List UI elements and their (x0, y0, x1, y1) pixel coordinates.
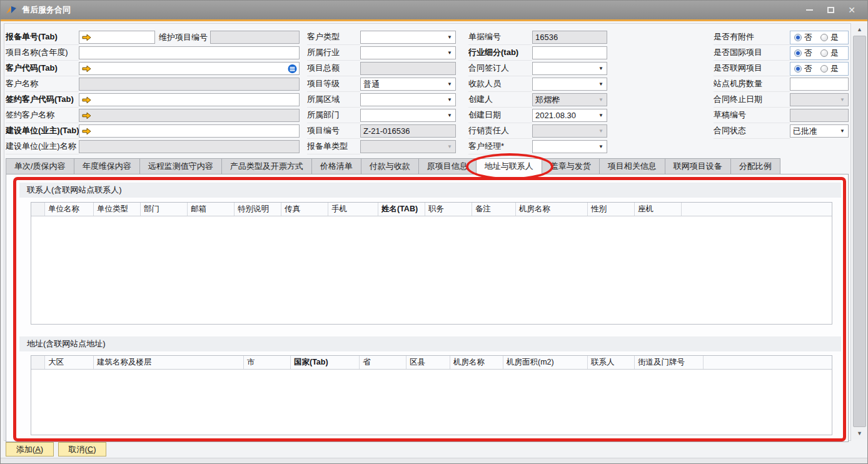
window-title: 售后服务合同 (22, 4, 71, 16)
field-label: 报备单类型 (307, 139, 360, 154)
field-label: 创建日期 (468, 108, 532, 123)
select-field[interactable]: ▼ (532, 78, 607, 91)
form-field-area (79, 108, 300, 123)
form-row: 建设单位(业主)(Tab) (6, 123, 300, 139)
field-label: 客户类型 (307, 29, 360, 45)
scrollbar-thumb[interactable] (853, 36, 866, 427)
column-header[interactable]: 手机 (328, 203, 378, 216)
tab-12[interactable]: 分配比例 (730, 158, 780, 174)
column-header[interactable]: 特别说明 (235, 203, 281, 216)
column-header[interactable]: 部门 (141, 203, 188, 216)
column-header[interactable]: 省 (360, 356, 406, 369)
tab-3[interactable]: 远程监测值守内容 (139, 158, 222, 174)
contacts-section-header: 联系人(含联网站点联系人) (19, 183, 841, 198)
field-label: 是否国际项目 (714, 45, 790, 61)
lookup-list-icon[interactable] (288, 64, 297, 73)
tab-1[interactable]: 单次/质保内容 (6, 158, 74, 174)
tab-9[interactable]: 盖章与发货 (542, 158, 600, 174)
field-label: 签约客户名称 (6, 108, 79, 123)
form-field-area: ▼ (360, 45, 456, 61)
column-header[interactable]: 大区 (45, 356, 94, 369)
radio-option[interactable]: 否 (794, 32, 812, 43)
column-header[interactable]: 职务 (425, 203, 472, 216)
vertical-scrollbar[interactable]: ▲ ▼ (852, 23, 867, 440)
select-field[interactable]: ▼ (360, 109, 456, 122)
tab-6[interactable]: 付款与收款 (361, 158, 419, 174)
column-header[interactable]: 市 (244, 356, 291, 369)
column-header[interactable]: 建筑名称及楼层 (94, 356, 244, 369)
text-field[interactable] (79, 46, 300, 59)
address-section-title: 地址(含联网站点地址) (27, 338, 106, 350)
text-field[interactable] (79, 62, 300, 75)
column-header[interactable]: 街道及门牌号 (635, 356, 704, 369)
text-field[interactable] (790, 78, 849, 91)
cancel-button[interactable]: 取消(C) (58, 442, 106, 456)
text-field[interactable] (79, 124, 300, 138)
column-header[interactable]: 备注 (472, 203, 516, 216)
minimize-button[interactable] (799, 3, 820, 17)
tab-11[interactable]: 联网项目设备 (665, 158, 731, 174)
tab-4[interactable]: 产品类型及开票方式 (221, 158, 312, 174)
accent-line (1, 19, 867, 21)
column-header[interactable]: 单位类型 (94, 203, 141, 216)
field-label: 草稿编号 (714, 108, 790, 123)
select-field[interactable]: ▼ (360, 46, 456, 59)
column-header[interactable]: 机房名称 (516, 203, 588, 216)
form-row: 站点机房数量 (714, 76, 849, 92)
form-field-area: ▼ (360, 29, 456, 45)
field-label: 收款人员 (468, 76, 532, 92)
radio-option[interactable]: 是 (820, 48, 839, 59)
form-field-area (79, 45, 300, 61)
text-field-disabled (79, 140, 300, 153)
form-row: 所属区域▼ (307, 92, 456, 108)
select-field-disabled: 郑熠桦▼ (532, 93, 607, 106)
tab-10[interactable]: 项目相关信息 (599, 158, 665, 174)
field-label: 所属行业 (307, 45, 360, 61)
column-header[interactable]: 姓名(TAB) (378, 203, 425, 216)
field-value: 已批准 (793, 126, 817, 137)
field-value: 普通 (363, 79, 380, 90)
maximize-button[interactable] (820, 3, 841, 17)
form-field-area: 已批准▼ (790, 123, 849, 139)
column-header[interactable]: 机房名称 (450, 356, 503, 369)
window-controls: ✕ (799, 3, 862, 17)
radio-option[interactable]: 是 (820, 63, 839, 74)
tab-5[interactable]: 价格清单 (311, 158, 361, 174)
column-header[interactable]: 联系人 (588, 356, 635, 369)
column-header[interactable]: 性别 (588, 203, 635, 216)
required-arrow-icon (82, 128, 91, 135)
tab-2[interactable]: 年度维保内容 (74, 158, 140, 174)
add-button[interactable]: 添加(A) (6, 442, 54, 456)
select-field[interactable]: 2021.08.30▼ (532, 109, 607, 122)
column-header[interactable]: 邮箱 (188, 203, 235, 216)
close-button[interactable]: ✕ (841, 3, 862, 17)
select-field[interactable]: 已批准▼ (790, 124, 849, 138)
scroll-up-icon[interactable]: ▲ (852, 23, 867, 36)
tab-7[interactable]: 原项目信息 (418, 158, 477, 174)
column-header[interactable]: 机房面积(m2) (503, 356, 588, 369)
select-field[interactable]: 普通▼ (360, 78, 456, 91)
column-header[interactable]: 传真 (281, 203, 328, 216)
field-label: 合同状态 (714, 123, 790, 139)
scroll-down-icon[interactable]: ▼ (852, 427, 867, 440)
column-header[interactable]: 国家(Tab) (291, 356, 360, 369)
field-label: 建设单位(业主)(Tab) (6, 123, 79, 139)
radio-option-label: 否 (804, 48, 812, 59)
text-field[interactable] (532, 46, 607, 59)
select-field[interactable]: ▼ (360, 93, 456, 106)
radio-option[interactable]: 否 (794, 48, 812, 59)
radio-option-label: 是 (830, 32, 839, 43)
column-header[interactable]: 区县 (406, 356, 450, 369)
select-field[interactable]: ▼ (532, 62, 607, 75)
column-header[interactable]: 座机 (635, 203, 682, 216)
select-field[interactable]: ▼ (360, 31, 456, 44)
text-field[interactable] (79, 93, 300, 106)
radio-selected-icon (794, 65, 802, 73)
radio-group: 否是 (790, 46, 849, 60)
tab-8[interactable]: 地址与联系人 (476, 158, 542, 174)
radio-option[interactable]: 否 (794, 63, 812, 74)
select-field[interactable]: ▼ (532, 140, 607, 153)
radio-option[interactable]: 是 (820, 32, 839, 43)
text-field[interactable] (79, 31, 155, 44)
column-header[interactable]: 单位名称 (45, 203, 94, 216)
